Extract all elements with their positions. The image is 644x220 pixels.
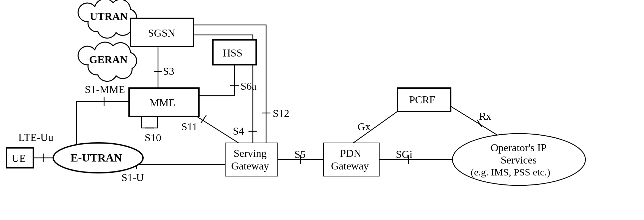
node-ue: UE	[7, 148, 33, 168]
label-pgw-2: Gateway	[331, 160, 369, 172]
label-eutran: E-UTRAN	[71, 152, 122, 164]
iface-s12: S12	[273, 107, 289, 119]
label-op-3: (e.g. IMS, PSS etc.)	[471, 166, 550, 178]
label-sgsn: SGSN	[148, 27, 175, 39]
node-mme: MME	[129, 88, 199, 116]
node-sgsn: SGSN	[130, 18, 194, 47]
label-mme: MME	[150, 97, 175, 109]
label-geran: GERAN	[89, 54, 128, 65]
node-sgw: Serving Gateway	[225, 143, 278, 176]
iface-rx: Rx	[479, 110, 491, 122]
iface-s10: S10	[145, 132, 161, 144]
node-pgw: PDN Gateway	[323, 143, 379, 176]
node-geran: GERAN	[78, 42, 137, 81]
label-ue: UE	[12, 152, 26, 164]
label-sgw-1: Serving	[234, 147, 267, 159]
label-op-2: Services	[501, 154, 537, 166]
link-s1mme	[77, 101, 129, 145]
label-op-1: Operator's IP	[491, 142, 547, 154]
iface-s3: S3	[163, 65, 174, 77]
node-hss: HSS	[213, 40, 256, 65]
link-s10	[141, 116, 157, 128]
iface-s5: S5	[294, 148, 306, 160]
iface-sgi: SGi	[396, 148, 412, 160]
iface-s6a: S6a	[241, 80, 256, 92]
node-pcrf: PCRF	[398, 88, 451, 111]
iface-s11: S11	[181, 121, 198, 133]
label-hss: HSS	[223, 47, 242, 59]
iface-s4: S4	[233, 125, 244, 137]
iface-s1-mme: S1-MME	[85, 83, 125, 95]
node-eutran: E-UTRAN	[53, 143, 143, 173]
label-pgw-1: PDN	[340, 147, 361, 159]
link-s6a	[198, 65, 235, 96]
label-utran: UTRAN	[90, 10, 128, 22]
iface-s1-u: S1-U	[121, 171, 144, 183]
iface-gx: Gx	[358, 121, 371, 133]
label-pcrf: PCRF	[409, 94, 435, 106]
node-operator-services: Operator's IP Services (e.g. IMS, PSS et…	[452, 134, 585, 185]
node-utran: UTRAN	[78, 0, 137, 38]
label-sgw-2: Gateway	[231, 160, 269, 172]
iface-lte-uu: LTE-Uu	[18, 131, 53, 143]
